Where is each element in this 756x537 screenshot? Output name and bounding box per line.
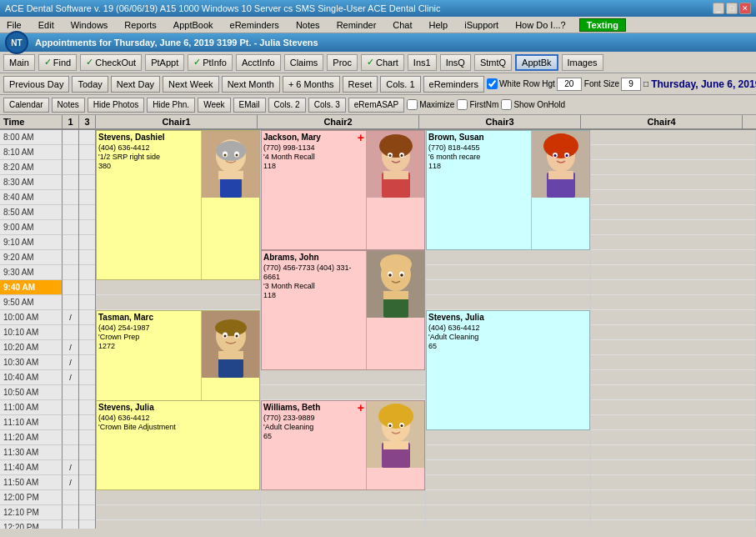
chair2-cell-17 [261,385,425,400]
chair3-column: Brown, Susan(770) 818-4455'6 month recar… [426,130,591,529]
tab-ptinfo[interactable]: ✓ PtInfo [188,54,233,71]
chair1-cell-10 [96,280,260,295]
col-num2-header: 3 [79,115,96,128]
firstnm-checkbox[interactable] [457,99,468,110]
calendar-button[interactable]: Calendar [3,98,49,113]
chair4-cell-5 [591,205,755,220]
tab-chart[interactable]: ✓ Chart [361,54,404,71]
appointment-c1-a3[interactable]: Stevens, Julia(404) 636-4412'Crown Bite … [96,400,260,490]
num1-row-4 [63,190,78,205]
appointment-c3-a2[interactable]: Stevens, Julia(404) 636-4412'Adult Clean… [426,310,590,430]
email-button[interactable]: EMail [233,98,266,113]
notes-button[interactable]: Notes [52,98,85,113]
week-button[interactable]: Week [198,98,230,113]
ereminders-button[interactable]: eReminders [423,76,484,93]
num1-row-11 [63,295,78,310]
tab-find[interactable]: ✓ Find [38,54,77,71]
num1-row-19 [63,415,78,430]
maximize-checkbox[interactable] [407,99,418,110]
num1-row-23: / [63,475,78,490]
minimize-button[interactable]: _ [713,3,724,14]
tab-insq[interactable]: InsQ [440,54,471,71]
chair4-cell-9 [591,265,755,280]
num2-row-11 [79,295,95,310]
menu-reminder[interactable]: Reminder [333,19,380,31]
chair4-header: Chair4 [581,115,743,128]
today-button[interactable]: Today [72,76,108,93]
plus6months-button[interactable]: + 6 Months [283,76,340,93]
menu-edit[interactable]: Edit [35,19,58,31]
tab-stmtq[interactable]: StmtQ [474,54,512,71]
texting-button[interactable]: Texting [579,18,626,32]
num-col2 [79,130,96,529]
num1-row-20 [63,430,78,445]
next-month-button[interactable]: Next Month [222,76,280,93]
appointment-c2-a3[interactable]: Williams, Beth(770) 233-9889'Adult Clean… [261,400,425,490]
menu-isupport[interactable]: iSupport [461,19,502,31]
tab-acctinfo[interactable]: AcctInfo [236,54,281,71]
menu-chat[interactable]: Chat [389,19,415,31]
cols1-button[interactable]: Cols. 1 [380,76,420,93]
eremasap-button[interactable]: eRemASAP [348,98,404,113]
reset-button[interactable]: Reset [343,76,378,93]
menu-reports[interactable]: Reports [121,19,160,31]
appointment-c2-a2[interactable]: Abrams, John(770) 456-7733 (404) 331-666… [261,250,425,370]
appt-num-c1-a2: 1272 [98,342,198,351]
fontsize-input[interactable] [621,78,641,91]
maximize-button[interactable]: □ [726,3,738,14]
menu-ereminders[interactable]: eReminders [227,19,283,31]
chair1-header: Chair1 [96,115,258,128]
chair4-column [591,130,756,529]
menu-windows[interactable]: Windows [68,19,112,31]
svg-point-6 [236,154,238,157]
window-controls[interactable]: _ □ ✕ [713,3,751,14]
tab-proc[interactable]: Proc [327,54,358,71]
appt-phone-c3-a1: (770) 818-4455 [428,143,528,153]
next-day-button[interactable]: Next Day [111,76,160,93]
tab-main[interactable]: Main [3,54,35,71]
time-slot-25: 12:10 PM [0,505,63,520]
tab-claims[interactable]: Claims [284,54,324,71]
appt-num-c1-a1: 380 [98,162,198,171]
num1-row-13 [63,325,78,340]
next-week-button[interactable]: Next Week [163,76,219,93]
time-slot-12: 10:00 AM [0,310,63,325]
chair4-cell-11 [591,295,755,310]
tab-ptappt[interactable]: PtAppt [145,54,184,71]
cols2-button[interactable]: Cols. 2 [268,98,306,113]
red-cross-icon-c2-a1: + [358,132,364,143]
time-slot-0: 8:00 AM [0,130,63,145]
hide-phn-button[interactable]: Hide Phn. [147,98,195,113]
chair4-cell-22 [591,460,755,475]
appointment-c1-a1[interactable]: Stevens, Dashiel(404) 636-4412'1/2 SRP r… [96,130,260,280]
appt-phone-c2-a3: (770) 233-9889 [263,414,363,423]
rowhgt-input[interactable] [557,78,582,91]
appointment-c2-a1[interactable]: Jackson, Mary(770) 998-1134'4 Month Reca… [261,130,425,250]
menu-howdoi[interactable]: How Do I...? [512,19,569,31]
menu-file[interactable]: File [3,19,25,31]
menu-help[interactable]: Help [426,19,452,31]
showonhold-checkbox[interactable] [501,99,512,110]
hide-photos-button[interactable]: Hide Photos [88,98,144,113]
time-slot-6: 9:00 AM [0,220,63,235]
tab-apptbk[interactable]: ApptBk [515,54,558,71]
close-button[interactable]: ✕ [739,3,751,14]
white-checkbox[interactable] [487,78,498,89]
appt-name-c2-a1: Jackson, Mary [263,133,363,143]
appt-name-c2-a2: Abrams, John [263,253,363,263]
svg-point-23 [389,154,392,157]
chair2-cell-24 [261,490,425,505]
menu-apptbook[interactable]: ApptBook [170,19,217,31]
tab-checkout[interactable]: ✓ CheckOut [80,54,142,71]
num2-row-3 [79,175,95,190]
prev-day-button[interactable]: Previous Day [3,76,69,93]
appt-phone-c2-a2: (770) 456-7733 (404) 331-6661 [263,263,363,283]
menu-notes[interactable]: Notes [293,19,323,31]
tab-ins1[interactable]: Ins1 [408,54,437,71]
cols3-button[interactable]: Cols. 3 [308,98,346,113]
appointment-c3-a1[interactable]: Brown, Susan(770) 818-4455'6 month recar… [426,130,590,250]
num2-row-22 [79,460,95,475]
num2-row-4 [79,190,95,205]
num2-row-10 [79,280,95,295]
tab-images[interactable]: Images [562,54,603,71]
